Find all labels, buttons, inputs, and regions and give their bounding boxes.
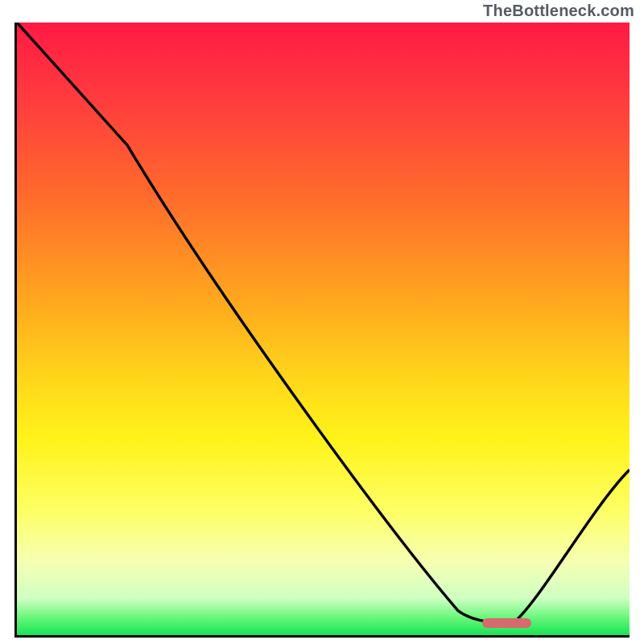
chart-canvas xyxy=(14,23,630,638)
optimal-range-marker xyxy=(482,618,531,628)
curve-path xyxy=(17,23,630,623)
bottleneck-curve xyxy=(17,23,630,635)
attribution-text: TheBottleneck.com xyxy=(483,2,634,20)
